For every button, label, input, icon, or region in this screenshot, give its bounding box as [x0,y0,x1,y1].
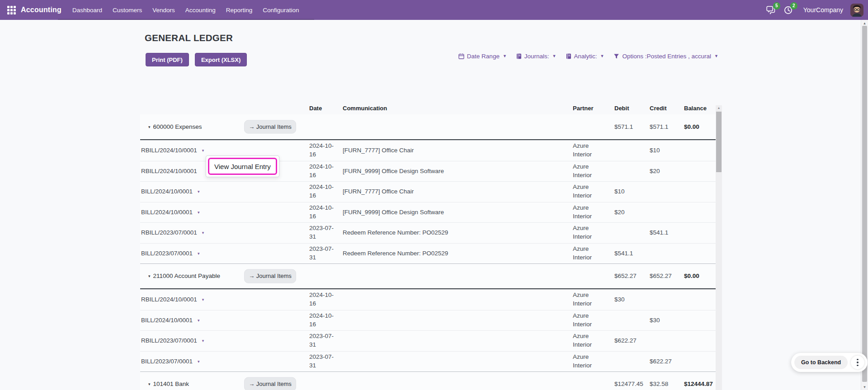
line-credit: $20 [650,167,682,175]
column-header-debit: Debit [614,105,629,112]
journal-entry-name: RBILL/2023/07/0001 [141,337,197,345]
journal-entry-toggle[interactable]: RBILL/2024/10/0001▾ [141,146,204,155]
chevron-down-icon: ▼ [503,54,507,58]
journal-entry-name: RBILL/2024/10/0001 [141,296,197,304]
journal-entry-name: BILL/2024/10/0001 [141,188,193,196]
funnel-icon [613,53,619,59]
three-dots-icon [857,359,859,361]
line-credit: $541.1 [650,229,682,237]
journal-entry-name: RBILL/2024/10/0001 [141,167,197,175]
filter-journals[interactable]: Journals: ▼ [516,53,557,60]
line-partner: Azure Interior [573,291,609,308]
line-date: 2024-10-16 [309,291,337,308]
nav-item-vendors[interactable]: Vendors [151,5,176,15]
line-debit: $541.1 [614,249,648,258]
line-credit: $622.27 [650,357,682,366]
journal-entry-toggle[interactable]: BILL/2024/10/0001▾ [141,188,200,196]
print-pdf-button[interactable]: Print (PDF) [146,53,189,66]
line-communication: [FURN_7777] Office Chair [343,146,560,155]
account-section-row: ▾101401 Bank→ Journal Items$12477.45$32.… [140,371,716,390]
activities-badge: 2 [790,2,797,9]
line-debit: $622.27 [614,337,648,345]
company-menu[interactable]: YourCompany [803,6,843,14]
activities-menu-button[interactable]: 2 [783,5,793,15]
filter-analytic[interactable]: Analytic: ▼ [566,53,604,60]
journal-entry-toggle[interactable]: RBILL/2024/10/0001 [141,167,197,175]
column-header-balance: Balance [684,105,707,112]
line-credit: $30 [650,316,682,324]
section-balance-total: $12444.87 [684,380,718,389]
journal-entry-toggle[interactable]: RBILL/2023/07/0001▾ [141,337,204,345]
journal-items-button[interactable]: → Journal Items [244,120,296,134]
scroll-up-arrow-icon[interactable]: ▲ [716,106,722,109]
line-communication: Redeem Reference Number: PO02529 [343,229,560,237]
filter-date-range[interactable]: Date Range ▼ [458,53,507,60]
line-date: 2023-07-31 [309,332,337,349]
line-date: 2024-10-16 [309,142,337,159]
journal-items-button[interactable]: → Journal Items [244,377,296,390]
line-date: 2024-10-16 [309,163,337,180]
top-navbar: Accounting Dashboard Customers Vendors A… [0,0,868,20]
journal-entry-name: BILL/2024/10/0001 [141,208,193,216]
journal-items-cell: → Journal Items [244,269,296,283]
nav-item-dashboard[interactable]: Dashboard [71,5,103,15]
section-credit-total: $32.58 [650,380,682,389]
line-partner: Azure Interior [573,183,609,200]
nav-item-configuration[interactable]: Configuration [262,5,300,15]
line-date: 2023-07-31 [309,353,337,370]
account-section-row: ▾600000 Expenses→ Journal Items$571.1$57… [140,114,716,140]
journal-entry-toggle[interactable]: RBILL/2024/10/0001▾ [141,296,204,304]
export-xlsx-button[interactable]: Export (XLSX) [195,53,247,66]
nav-item-reporting[interactable]: Reporting [225,5,254,15]
nav-item-customers[interactable]: Customers [112,5,143,15]
column-header-credit: Credit [650,105,667,112]
report-page: GENERAL LEDGER Print (PDF) Export (XLSX)… [0,20,868,390]
line-date: 2024-10-16 [309,183,337,200]
filter-options[interactable]: Options :Posted Entries , accural ▼ [613,53,718,60]
page-scrollbar-thumb[interactable] [862,26,867,382]
app-brand[interactable]: Accounting [21,6,61,14]
kebab-menu-button[interactable] [851,356,864,369]
apps-menu-icon[interactable] [4,2,19,18]
journal-entry-toggle[interactable]: BILL/2023/07/0001▾ [141,249,200,258]
line-partner: Azure Interior [573,224,609,241]
column-header-partner: Partner [573,105,594,112]
journal-entry-toggle[interactable]: BILL/2024/10/0001▾ [141,316,200,324]
dropdown-caret-icon: ▾ [202,338,204,344]
view-journal-entry-option[interactable]: View Journal Entry [208,158,277,175]
page-scrollbar: ▲ ▼ [861,20,868,390]
scroll-down-arrow-icon[interactable]: ▼ [861,385,868,389]
table-scrollbar-thumb[interactable] [716,112,722,172]
journal-entry-dropdown: View Journal Entry [206,155,279,177]
account-toggle[interactable]: ▾600000 Expenses [148,122,202,131]
account-toggle[interactable]: ▾211000 Account Payable [148,272,220,281]
go-to-backend-button[interactable]: Go to Backend [794,356,848,369]
journal-entry-toggle[interactable]: BILL/2024/10/0001▾ [141,208,200,216]
nav-menu-underline [58,19,314,20]
nav-item-accounting[interactable]: Accounting [184,5,217,15]
account-toggle[interactable]: ▾101401 Bank [148,380,189,389]
account-section-row: ▾211000 Account Payable→ Journal Items$6… [140,263,716,289]
arrow-right-icon: → [249,123,255,130]
line-date: 2024-10-16 [309,312,337,329]
user-avatar[interactable] [850,4,863,17]
grid-icon [7,6,16,14]
line-credit: $10 [650,146,682,155]
journal-entry-name: BILL/2023/07/0001 [141,357,193,366]
journal-items-button[interactable]: → Journal Items [244,269,296,283]
report-actions: Print (PDF) Export (XLSX) [146,53,247,66]
chevron-down-icon: ▼ [552,54,557,58]
filter-date-range-label: Date Range [467,53,500,60]
journal-items-cell: → Journal Items [244,120,296,134]
line-partner: Azure Interior [573,312,609,329]
filter-bar: Date Range ▼ Journals: ▼ Analytic: ▼ [458,51,718,61]
messages-menu-button[interactable]: 5 [766,5,776,15]
nav-menu: Dashboard Customers Vendors Accounting R… [71,5,300,15]
line-partner: Azure Interior [573,245,609,262]
journal-entry-toggle[interactable]: RBILL/2023/07/0001▾ [141,229,204,237]
filter-options-label: Options :Posted Entries , accural [622,53,711,60]
scroll-up-arrow-icon[interactable]: ▲ [861,21,868,25]
collapse-caret-icon: ▾ [148,124,151,130]
journal-entry-toggle[interactable]: BILL/2023/07/0001▾ [141,357,200,366]
line-debit: $30 [614,296,648,304]
